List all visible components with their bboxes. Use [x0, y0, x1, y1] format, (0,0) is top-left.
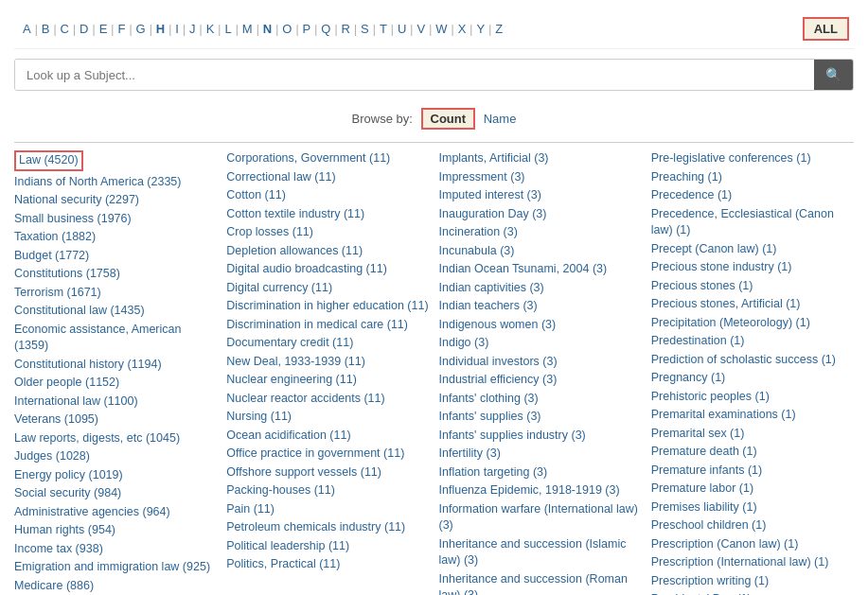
subject-link[interactable]: Packing-houses — [226, 483, 310, 497]
subject-link[interactable]: Precipitation (Meteorology) — [651, 316, 792, 329]
subject-link[interactable]: Individual investors — [439, 355, 540, 368]
subject-link[interactable]: Premature death — [651, 445, 739, 458]
subject-link[interactable]: Prediction of scholastic success — [651, 353, 818, 366]
subject-link[interactable]: Cotton textile industry — [226, 207, 340, 220]
subject-link[interactable]: Older people — [14, 376, 82, 389]
subject-link[interactable]: Constitutions — [14, 267, 82, 280]
subject-link[interactable]: Predestination — [651, 334, 727, 347]
subject-link[interactable]: Cotton — [226, 188, 261, 201]
subject-link[interactable]: Premarital examinations — [651, 408, 778, 421]
subject-link[interactable]: Nuclear reactor accidents — [226, 392, 361, 405]
alpha-Q[interactable]: Q — [317, 20, 334, 38]
subject-link[interactable]: Veterans — [14, 412, 61, 426]
subject-link[interactable]: Pregnancy — [651, 371, 708, 384]
subject-link[interactable]: Prescription (Canon law) — [651, 537, 781, 551]
subject-link[interactable]: Pain — [226, 502, 250, 516]
alpha-S[interactable]: S — [357, 20, 373, 38]
subject-link[interactable]: Premature infants — [651, 464, 745, 477]
subject-link[interactable]: Information warfare (International law) — [439, 502, 639, 516]
alpha-E[interactable]: E — [96, 20, 112, 38]
subject-link[interactable]: Inauguration Day — [439, 207, 529, 220]
subject-link[interactable]: Prehistoric peoples — [651, 390, 752, 403]
subject-link[interactable]: Premises liability — [651, 500, 739, 514]
subject-link[interactable]: Ocean acidification — [226, 429, 327, 442]
subject-link[interactable]: National security — [14, 193, 101, 206]
subject-link[interactable]: Crop losses — [226, 225, 289, 238]
subject-link[interactable]: Documentary credit — [226, 336, 328, 349]
subject-link[interactable]: Offshore support vessels — [226, 465, 357, 479]
alpha-I[interactable]: I — [171, 20, 183, 38]
subject-link[interactable]: Energy policy — [14, 468, 85, 481]
subject-link[interactable]: Small business — [14, 212, 94, 225]
subject-link[interactable]: Terrorism — [14, 286, 63, 299]
alpha-L[interactable]: L — [221, 20, 235, 38]
subject-link[interactable]: Prescription writing — [651, 574, 752, 587]
alpha-O[interactable]: O — [278, 20, 295, 38]
alpha-X[interactable]: X — [454, 20, 470, 38]
alpha-K[interactable]: K — [203, 20, 219, 38]
alpha-J[interactable]: J — [186, 20, 200, 38]
subject-link[interactable]: Human rights — [14, 523, 84, 536]
subject-link[interactable]: Office practice in government — [226, 446, 380, 460]
browse-name-button[interactable]: Name — [484, 112, 517, 126]
subject-link[interactable]: Nursing — [226, 410, 267, 423]
search-button[interactable]: 🔍 — [814, 60, 853, 90]
alpha-W[interactable]: W — [432, 20, 451, 38]
subject-link[interactable]: Infants' supplies — [439, 410, 523, 423]
alpha-G[interactable]: G — [133, 20, 150, 38]
subject-link[interactable]: Preaching — [651, 170, 704, 184]
subject-link[interactable]: Precious stone industry — [651, 260, 774, 273]
subject-link[interactable]: New Deal, 1933-1939 — [226, 355, 341, 368]
subject-link[interactable]: Constitutional law — [14, 304, 107, 317]
subject-link[interactable]: Indigo — [439, 336, 471, 349]
search-input[interactable] — [15, 60, 814, 90]
subject-link[interactable]: Discrimination in medical care — [226, 318, 383, 331]
subject-link[interactable]: Correctional law — [226, 170, 311, 184]
subject-link[interactable]: Nuclear engineering — [226, 373, 332, 386]
subject-link[interactable]: Digital audio broadcasting — [226, 262, 363, 275]
subject-link[interactable]: International law — [14, 394, 100, 408]
subject-link[interactable]: Precious stones, Artificial — [651, 297, 783, 310]
subject-link[interactable]: Politics, Practical — [226, 557, 315, 570]
subject-link[interactable]: Taxation — [14, 230, 59, 243]
subject-link[interactable]: Incunabula — [439, 244, 497, 257]
browse-count-button[interactable]: Count — [421, 108, 476, 130]
subject-link[interactable]: Social security — [14, 486, 91, 499]
alpha-C[interactable]: C — [57, 20, 73, 38]
subject-link[interactable]: Precious stones — [651, 279, 735, 292]
subject-link[interactable]: Depletion allowances — [226, 244, 338, 257]
alpha-D[interactable]: D — [76, 20, 92, 38]
subject-link[interactable]: Indian Ocean Tsunami, 2004 — [439, 262, 590, 275]
subject-link[interactable]: Pre-legislative conferences — [651, 151, 793, 165]
alpha-Y[interactable]: Y — [472, 20, 488, 38]
subject-link[interactable]: Implants, Artificial — [439, 151, 531, 165]
alpha-F[interactable]: F — [114, 20, 129, 38]
alpha-U[interactable]: U — [394, 20, 410, 38]
subject-link[interactable]: Income tax — [14, 542, 72, 555]
subject-link[interactable]: Medicare — [14, 579, 62, 592]
alpha-N[interactable]: N — [259, 20, 275, 38]
subject-link[interactable]: Impressment — [439, 170, 507, 184]
subject-link[interactable]: Indian teachers — [439, 299, 520, 312]
alpha-B[interactable]: B — [38, 20, 54, 38]
subject-link[interactable]: Imputed interest — [439, 188, 524, 201]
subject-link[interactable]: Precept (Canon law) — [651, 242, 759, 255]
alpha-Z[interactable]: Z — [491, 20, 506, 38]
subject-link[interactable]: Prescription (International law) — [651, 555, 811, 569]
alpha-M[interactable]: M — [239, 20, 257, 38]
alpha-V[interactable]: V — [413, 20, 429, 38]
subject-link[interactable]: Inflation targeting — [439, 465, 530, 479]
subject-link[interactable]: Infants' supplies industry — [439, 429, 569, 442]
alpha-H[interactable]: H — [152, 20, 168, 38]
subject-link[interactable]: Premature labor — [651, 481, 736, 495]
subject-link[interactable]: Industrial efficiency — [439, 373, 540, 386]
subject-link[interactable]: Political leadership — [226, 539, 325, 552]
subject-link[interactable]: Preschool children — [651, 518, 749, 532]
subject-link[interactable]: Infants' clothing — [439, 392, 521, 405]
subject-link[interactable]: Indians of North America — [14, 175, 144, 188]
alpha-A[interactable]: A — [19, 20, 35, 38]
subject-link[interactable]: Discrimination in higher education — [226, 299, 404, 312]
all-button[interactable]: ALL — [803, 17, 849, 41]
subject-link[interactable]: Law reports, digests, etc — [14, 431, 142, 445]
subject-link[interactable]: Influenza Epidemic, 1918-1919 — [439, 483, 602, 497]
